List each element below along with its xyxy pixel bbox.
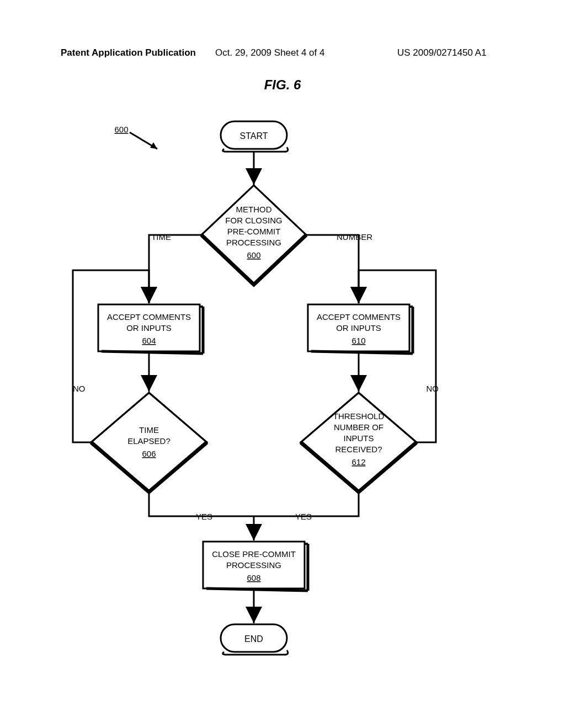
- no-right-label: NO: [427, 384, 439, 393]
- decision-left-node: TIME ELAPSED? 606: [91, 393, 207, 492]
- svg-text:NUMBER OF: NUMBER OF: [334, 422, 383, 432]
- svg-text:600: 600: [247, 250, 260, 260]
- decision-method-node: METHOD FOR CLOSING PRE-COMMIT PROCESSING…: [201, 185, 306, 285]
- svg-text:CLOSE PRE-COMMIT: CLOSE PRE-COMMIT: [212, 549, 296, 559]
- process-left-node: ACCEPT COMMENTS OR INPUTS 604: [98, 304, 203, 354]
- svg-text:PROCESSING: PROCESSING: [226, 238, 281, 247]
- svg-text:RECEIVED?: RECEIVED?: [335, 445, 382, 454]
- page-container: Patent Application Publication Oct. 29, …: [0, 0, 565, 728]
- branch-time-label: TIME: [151, 232, 171, 242]
- branch-number-label: NUMBER: [337, 232, 372, 242]
- process-right-node: ACCEPT COMMENTS OR INPUTS 610: [308, 304, 413, 354]
- svg-text:PRE-COMMIT: PRE-COMMIT: [227, 227, 281, 236]
- svg-text:608: 608: [247, 573, 260, 582]
- header-right: US 2009/0271450 A1: [397, 47, 487, 58]
- end-node: END: [221, 624, 288, 655]
- flowchart-svg: 600 START METHOD FOR CLOSING PRE-COMMIT …: [55, 110, 508, 689]
- svg-text:INPUTS: INPUTS: [343, 433, 374, 443]
- svg-text:606: 606: [142, 449, 156, 458]
- end-label: END: [244, 634, 263, 644]
- svg-text:FOR CLOSING: FOR CLOSING: [225, 216, 282, 225]
- svg-text:THRESHOLD: THRESHOLD: [333, 411, 385, 421]
- figure-title: FIG. 6: [0, 77, 565, 93]
- svg-text:ACCEPT COMMENTS: ACCEPT COMMENTS: [107, 312, 191, 322]
- svg-text:ACCEPT COMMENTS: ACCEPT COMMENTS: [317, 312, 401, 322]
- svg-text:METHOD: METHOD: [236, 205, 272, 214]
- start-label: START: [240, 131, 268, 141]
- close-node: CLOSE PRE-COMMIT PROCESSING 608: [203, 542, 308, 591]
- header-left: Patent Application Publication: [61, 47, 196, 58]
- svg-text:610: 610: [351, 336, 365, 345]
- decision-right-node: THRESHOLD NUMBER OF INPUTS RECEIVED? 612: [301, 393, 417, 492]
- svg-text:ELAPSED?: ELAPSED?: [127, 436, 170, 446]
- svg-text:PROCESSING: PROCESSING: [226, 560, 281, 570]
- flowchart-ref-label: 600: [114, 125, 128, 134]
- svg-text:612: 612: [351, 457, 365, 467]
- header-center: Oct. 29, 2009 Sheet 4 of 4: [215, 47, 324, 58]
- start-node: START: [221, 121, 288, 152]
- svg-text:OR INPUTS: OR INPUTS: [126, 323, 172, 333]
- svg-text:OR INPUTS: OR INPUTS: [336, 323, 381, 333]
- svg-text:TIME: TIME: [139, 425, 159, 435]
- no-left-label: NO: [73, 384, 86, 393]
- svg-text:604: 604: [142, 336, 156, 345]
